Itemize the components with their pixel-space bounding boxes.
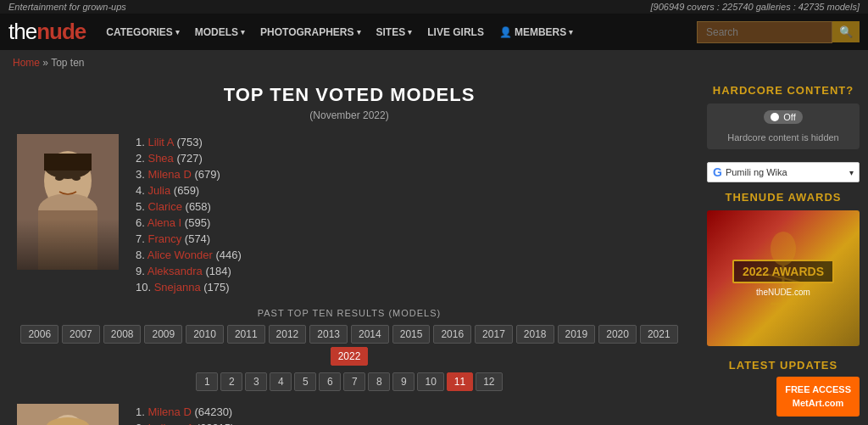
toggle-label: Off [783,112,795,122]
model-link[interactable]: Clarice [147,200,181,213]
breadcrumb-current: Top ten [51,57,84,69]
model-link[interactable]: Milena D [147,168,191,181]
page-button[interactable]: 1 [196,372,218,391]
year-button[interactable]: 2021 [640,325,678,344]
nav-photographers[interactable]: PHOTOGRAPHERS ▾ [253,23,367,42]
site-logo[interactable]: thenude [8,19,86,45]
search-input[interactable] [697,21,832,43]
free-access-line1: FREE ACCESS [785,383,851,396]
chevron-down-icon: ▾ [357,28,361,36]
model-link[interactable]: Shea [147,152,173,165]
year-navigation: 2006200720082009201020112012201320142015… [17,325,682,366]
tagline: Entertainment for grown-ups [8,2,126,12]
ranking-item: 6. Alena I (595) [136,215,242,231]
model-link[interactable]: Julia [147,184,170,197]
rankings-list-2: 1. Milena D (64230)2. Indiana A (62015)3… [136,404,238,425]
model-image-2 [17,404,119,425]
year-button[interactable]: 2013 [309,325,348,344]
year-button[interactable]: 2011 [227,325,265,344]
hardcore-hidden-text: Hardcore content is hidden [714,132,853,143]
content-area: TOP TEN VOTED MODELS (November 2022) 1. [0,75,698,425]
model-link[interactable]: Lilit A [147,136,173,148]
svg-rect-3 [38,210,97,270]
ranking-item: 5. Clarice (658) [136,199,242,215]
page-button[interactable]: 2 [220,372,242,391]
ranking-item: 10. Snejanna (175) [136,279,242,295]
search-button[interactable]: 🔍 [832,21,860,42]
free-access-line2: MetArt.com [785,397,851,410]
year-button[interactable]: 2008 [103,325,142,344]
year-button[interactable]: 2016 [433,325,471,344]
year-button[interactable]: 2006 [20,325,58,344]
nav-live-girls[interactable]: LIVE GIRLS [420,23,491,42]
year-button[interactable]: 2007 [62,325,100,344]
main-layout: TOP TEN VOTED MODELS (November 2022) 1. [0,75,868,425]
sidebar: HARDCORE CONTENT? Off Hardcore content i… [698,75,868,425]
nav-links: CATEGORIES ▾ MODELS ▾ PHOTOGRAPHERS ▾ SI… [99,23,692,42]
year-button[interactable]: 2020 [598,325,637,344]
ranking-item: 1. Lilit A (753) [136,134,242,150]
hardcore-toggle[interactable]: Off [764,110,802,124]
ranking-item: 8. Alice Wonder (446) [136,247,242,263]
rankings-list: 1. Lilit A (753)2. Shea (727)3. Milena D… [136,134,242,295]
year-button[interactable]: 2022 [331,347,369,366]
page-button[interactable]: 9 [392,372,415,391]
translate-bar[interactable]: G Pumili ng Wika ▾ [707,162,860,182]
model-image [17,134,119,270]
year-button[interactable]: 2017 [475,325,513,344]
model-link[interactable]: Aleksandra [147,265,203,277]
model-link[interactable]: Indiana A [147,422,193,425]
user-icon: 👤 [499,26,512,38]
ranking-item: 2. Indiana A (62015) [136,420,238,425]
page-button[interactable]: 12 [476,372,502,391]
awards-image[interactable]: 2022 AWARDS theNUDE.com [707,210,860,346]
model-link[interactable]: Alena I [147,216,181,229]
year-button[interactable]: 2015 [392,325,431,344]
nav-members[interactable]: 👤 MEMBERS ▾ [492,23,580,42]
free-access-banner[interactable]: FREE ACCESS MetArt.com [776,377,860,417]
page-subtitle: (November 2022) [17,109,682,121]
second-model-section: 1. Milena D (64230)2. Indiana A (62015)3… [17,404,682,425]
hardcore-section: HARDCORE CONTENT? Off Hardcore content i… [707,84,860,149]
past-results-label: PAST TOP TEN RESULTS (MODELS) [17,308,682,318]
breadcrumb: Home » Top ten [0,50,868,75]
nav-sites[interactable]: SITES ▾ [370,23,420,42]
page-button[interactable]: 11 [447,372,473,391]
year-button[interactable]: 2014 [351,325,389,344]
year-button[interactable]: 2010 [186,325,224,344]
page-button[interactable]: 10 [417,372,443,391]
hardcore-title: HARDCORE CONTENT? [707,84,860,97]
page-title: TOP TEN VOTED MODELS [17,84,682,106]
page-navigation: 123456789101112 [17,372,682,391]
model-link[interactable]: Milena D [147,405,191,418]
ranking-item: 4. Julia (659) [136,182,242,199]
nav-categories[interactable]: CATEGORIES ▾ [99,23,186,42]
ranking-item: 7. Francy (574) [136,231,242,247]
top-bar: Entertainment for grown-ups [906949 cove… [0,0,868,14]
year-button[interactable]: 2009 [144,325,182,344]
year-button[interactable]: 2018 [516,325,554,344]
awards-title: THENUDE AWARDS [707,191,860,204]
model-link[interactable]: Alice Wonder [147,249,213,261]
toggle-dot [771,113,779,121]
top-ten-section: 1. Lilit A (753)2. Shea (727)3. Milena D… [17,134,682,295]
page-button[interactable]: 5 [294,372,316,391]
breadcrumb-home[interactable]: Home [13,57,40,69]
page-button[interactable]: 8 [368,372,390,391]
page-button[interactable]: 7 [343,372,365,391]
nav-models[interactable]: MODELS ▾ [188,23,252,42]
page-button[interactable]: 3 [245,372,267,391]
logo-nude: nude [36,19,86,44]
chevron-down-icon: ▾ [408,28,412,36]
page-button[interactable]: 6 [319,372,341,391]
latest-updates-section: LATEST UPDATES [707,359,860,372]
chevron-down-icon: ▾ [569,28,573,36]
page-button[interactable]: 4 [270,372,292,391]
chevron-down-icon: ▾ [175,28,180,36]
model-link[interactable]: Francy [147,232,181,245]
year-button[interactable]: 2019 [558,325,596,344]
model-link[interactable]: Snejanna [154,281,201,294]
svg-rect-7 [44,154,92,171]
latest-updates-title: LATEST UPDATES [707,359,860,372]
year-button[interactable]: 2012 [269,325,307,344]
